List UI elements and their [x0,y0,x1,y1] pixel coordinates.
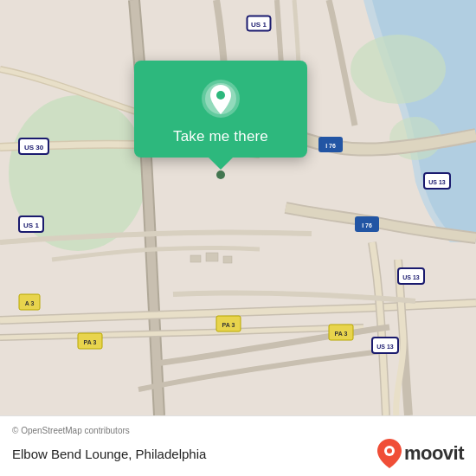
popup-card: Take me there [134,61,307,158]
svg-text:US 13: US 13 [428,179,446,185]
take-me-there-button[interactable]: Take me there [173,128,268,145]
moovit-logo: moovit [377,439,464,468]
svg-text:US 13: US 13 [402,274,420,280]
svg-text:US 13: US 13 [376,344,394,350]
moovit-wordmark: moovit [404,442,464,465]
svg-text:PA 3: PA 3 [84,339,97,345]
svg-rect-30 [190,255,201,262]
location-row: Elbow Bend Lounge, Philadelphia moovit [12,439,464,468]
svg-text:US 1: US 1 [23,222,39,229]
svg-point-35 [216,91,225,100]
svg-point-2 [351,35,446,104]
svg-text:US 30: US 30 [24,144,44,151]
map-container: US 1 US 30 US 1 I 76 I 76 US 13 [0,0,476,415]
location-name: Elbow Bend Lounge, Philadelphia [12,447,206,461]
bottom-bar: © OpenStreetMap contributors Elbow Bend … [0,415,476,476]
svg-rect-32 [223,256,232,263]
location-pin-icon [200,78,241,119]
svg-text:I 76: I 76 [362,222,372,228]
svg-point-29 [216,170,225,179]
attribution-text: © OpenStreetMap contributors [12,426,464,435]
svg-rect-31 [206,253,218,261]
moovit-pin-icon [377,439,402,468]
svg-text:US 1: US 1 [251,21,267,29]
svg-text:I 76: I 76 [325,143,336,149]
svg-text:PA 3: PA 3 [222,322,235,328]
svg-text:PA 3: PA 3 [335,331,348,337]
svg-text:A 3: A 3 [25,300,35,306]
svg-point-37 [387,448,392,453]
